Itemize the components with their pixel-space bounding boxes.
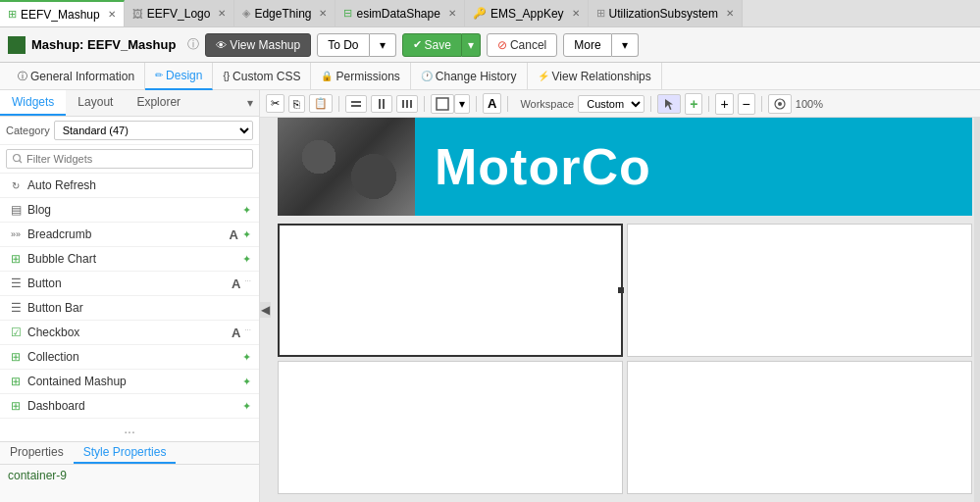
zoom-fit-button[interactable] <box>768 94 792 114</box>
sidebar: Widgets Layout Explorer ▾ Category Stand… <box>0 90 260 502</box>
separator <box>424 96 425 112</box>
workspace-label: Workspace <box>520 98 574 110</box>
list-item[interactable]: ☑ Checkbox A ··· <box>0 321 259 345</box>
widget-list: ↻ Auto Refresh ▤ Blog ✦ »» Breadcrumb A … <box>0 174 259 422</box>
text-a-icon[interactable]: A <box>232 326 240 340</box>
add-icon[interactable]: ✦ <box>242 253 251 266</box>
zoom-level: 100% <box>796 98 823 110</box>
save-button[interactable]: ✔ Save <box>402 33 462 57</box>
align-h-icon <box>350 98 362 110</box>
collection-icon: ⊞ <box>8 349 24 365</box>
view-mashup-button[interactable]: 👁 View Mashup <box>205 33 311 57</box>
tab-utilization-close[interactable]: ✕ <box>726 8 734 19</box>
distribute-icon <box>401 98 413 110</box>
list-item[interactable]: ↻ Auto Refresh <box>0 174 259 198</box>
sidebar-tab-widgets-label: Widgets <box>12 95 54 109</box>
zoom-in-button[interactable]: + <box>715 93 733 115</box>
nav-change-history-label: Change History <box>436 70 517 83</box>
text-format-a-button[interactable]: A <box>483 93 501 114</box>
text-a-icon[interactable]: A <box>232 276 240 291</box>
nav-design[interactable]: ✏ Design <box>145 63 213 90</box>
nav-custom-css-label: Custom CSS <box>232 70 300 83</box>
tab-esim-datashape[interactable]: ⊟ esimDataShape ✕ <box>335 0 464 27</box>
todo-dropdown-button[interactable]: ▾ <box>370 33 396 57</box>
add-icon[interactable]: ✦ <box>242 400 251 413</box>
add-icon[interactable]: ✦ <box>242 351 251 364</box>
distribute-button[interactable] <box>396 95 418 113</box>
nav-general-info[interactable]: ⓘ General Information <box>8 63 145 90</box>
list-item[interactable]: ⊞ Collection ✦ <box>0 345 259 370</box>
nav-general-info-label: General Information <box>30 70 134 83</box>
canvas-cell-3[interactable] <box>278 361 623 494</box>
tab-edgething-close[interactable]: ✕ <box>319 8 327 19</box>
bottom-tab-style-properties[interactable]: Style Properties <box>74 442 177 464</box>
canvas-cell-2[interactable] <box>627 224 972 357</box>
tab-utilization-label: UtilizationSubsystem <box>609 7 718 21</box>
search-input[interactable] <box>6 149 253 169</box>
cancel-button[interactable]: ⊘ Cancel <box>487 33 557 57</box>
tab-ems-appkey[interactable]: 🔑 EMS_AppKey ✕ <box>465 0 589 27</box>
nav-change-history[interactable]: 🕐 Change History <box>411 63 528 90</box>
workspace-select[interactable]: Custom <box>578 95 645 113</box>
save-chevron-icon: ▾ <box>468 38 474 52</box>
canvas-cell-4[interactable] <box>627 361 972 494</box>
nav-permissions[interactable]: 🔒 Permissions <box>311 63 410 90</box>
separator <box>761 96 762 112</box>
resize-button[interactable] <box>431 94 454 114</box>
sidebar-tab-layout[interactable]: Layout <box>66 90 125 116</box>
todo-button[interactable]: To Do <box>317 33 369 57</box>
svg-rect-1 <box>351 105 361 107</box>
category-select[interactable]: Standard (47) <box>54 121 253 140</box>
list-item[interactable]: ⊞ Contained Mashup ✦ <box>0 370 259 394</box>
canvas-area: ✂ ⎘ 📋 ▾ A <box>260 90 980 502</box>
nav-view-relationships[interactable]: ⚡ View Relationships <box>528 63 662 90</box>
more-button[interactable]: More <box>563 33 611 57</box>
bubblechart-icon: ⊞ <box>8 251 24 267</box>
add-icon[interactable]: ✦ <box>242 376 251 388</box>
cursor-icon <box>662 97 676 111</box>
tab-ems-appkey-close[interactable]: ✕ <box>572 8 580 19</box>
tab-edgething[interactable]: ◈ EdgeThing ✕ <box>234 0 335 27</box>
list-item[interactable]: ☰ Button Bar <box>0 296 259 321</box>
tab-eefv-logo[interactable]: 🖼 EEFV_Logo ✕ <box>125 0 235 27</box>
list-item[interactable]: ☰ Button A ··· <box>0 272 259 296</box>
add-icon[interactable]: ✦ <box>242 228 251 241</box>
more-dropdown-button[interactable]: ▾ <box>612 33 639 57</box>
align-v-button[interactable] <box>371 95 392 113</box>
tab-eefv-mashup-close[interactable]: ✕ <box>108 9 116 20</box>
scroll-left-button[interactable]: ◀ <box>260 302 271 318</box>
list-item[interactable]: »» Breadcrumb A ✦ <box>0 223 259 247</box>
list-item[interactable]: ⊞ Bubble Chart ✦ <box>0 247 259 272</box>
copy-button[interactable]: ⎘ <box>288 95 305 113</box>
nav-design-label: Design <box>166 69 202 82</box>
cancel-label: Cancel <box>510 38 546 52</box>
sidebar-tab-widgets[interactable]: Widgets <box>0 90 66 116</box>
tab-eefv-mashup[interactable]: ⊞ EEFV_Mashup ✕ <box>0 0 125 27</box>
chevron-down-sidebar-icon[interactable]: ▾ <box>247 96 253 110</box>
save-dropdown-button[interactable]: ▾ <box>462 33 481 57</box>
add-icon[interactable]: ✦ <box>242 204 251 217</box>
cut-button[interactable]: ✂ <box>266 94 284 113</box>
canvas-right-handle[interactable] <box>974 118 980 502</box>
tab-ems-appkey-label: EMS_AppKey <box>490 7 564 21</box>
bottom-tab-properties[interactable]: Properties <box>0 442 74 464</box>
tab-eefv-logo-close[interactable]: ✕ <box>218 8 226 19</box>
text-a-icon[interactable]: A <box>230 227 238 242</box>
resize-dropdown-button[interactable]: ▾ <box>454 94 470 114</box>
sidebar-tab-explorer[interactable]: Explorer <box>125 90 192 116</box>
eye-icon: 👁 <box>216 39 227 51</box>
zoom-out-button[interactable]: − <box>738 93 755 115</box>
add-widget-button[interactable]: + <box>685 93 702 115</box>
canvas-content[interactable]: ◀ MotorCo <box>260 118 980 502</box>
list-item[interactable]: ⊞ Dashboard ✦ <box>0 394 259 419</box>
tab-esim-datashape-close[interactable]: ✕ <box>448 8 456 19</box>
list-item[interactable]: ▤ Blog ✦ <box>0 198 259 223</box>
tab-utilization[interactable]: ⊞ UtilizationSubsystem ✕ <box>589 0 743 27</box>
cell-resize-handle[interactable] <box>618 287 624 293</box>
canvas-cell-1[interactable] <box>278 224 623 357</box>
paste-button[interactable]: 📋 <box>309 94 333 113</box>
svg-rect-6 <box>410 100 412 108</box>
nav-custom-css[interactable]: {} Custom CSS <box>213 63 311 90</box>
align-h-button[interactable] <box>345 95 367 113</box>
cursor-tool-button[interactable] <box>657 94 681 114</box>
